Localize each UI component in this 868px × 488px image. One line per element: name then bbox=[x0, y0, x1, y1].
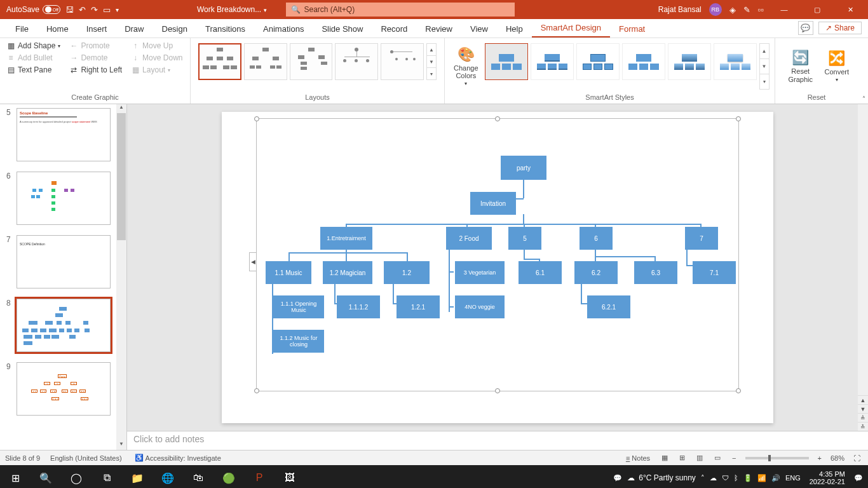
task-view-icon[interactable]: ⧉ bbox=[92, 465, 122, 488]
fit-to-window-icon[interactable]: ⛶ bbox=[851, 453, 863, 463]
zoom-out-button[interactable]: − bbox=[729, 453, 738, 463]
ribbon-display-icon[interactable]: ▫▫ bbox=[758, 5, 764, 15]
slide-thumb-6[interactable]: 6 bbox=[6, 172, 120, 225]
move-down-button[interactable]: ↓Move Down bbox=[130, 53, 184, 63]
node-entretraiment[interactable]: 1.Entretraiment bbox=[320, 227, 372, 250]
search-input[interactable]: 🔍 Search (Alt+Q) bbox=[286, 3, 515, 17]
node-party[interactable]: party bbox=[501, 156, 546, 180]
document-title[interactable]: Work Breakdown... ▾ bbox=[197, 5, 267, 14]
tab-help[interactable]: Help bbox=[497, 20, 532, 37]
view-sorter-icon[interactable]: ⊞ bbox=[677, 452, 688, 463]
start-button[interactable]: ⊞ bbox=[0, 465, 31, 488]
tray-expand-icon[interactable]: ˄ bbox=[701, 474, 705, 482]
zoom-in-button[interactable]: + bbox=[815, 453, 824, 463]
close-button[interactable]: ✕ bbox=[837, 0, 863, 19]
text-pane-expand-icon[interactable]: ◀ bbox=[249, 252, 257, 271]
present-icon[interactable]: ▭ bbox=[103, 5, 111, 15]
slide-thumb-8[interactable]: 8 bbox=[6, 299, 120, 352]
bluetooth-icon[interactable]: ᛒ bbox=[734, 474, 738, 482]
node-1112[interactable]: 1.1.1.2 bbox=[337, 295, 380, 318]
language-indicator[interactable]: English (United States) bbox=[50, 454, 122, 462]
comments-button[interactable]: 💬 bbox=[798, 21, 813, 35]
layout-option-3[interactable] bbox=[290, 43, 333, 80]
save-icon[interactable]: 🖫 bbox=[65, 5, 74, 15]
maximize-button[interactable]: ▢ bbox=[804, 0, 830, 19]
style-option-5[interactable] bbox=[668, 43, 711, 80]
slide-counter[interactable]: Slide 8 of 9 bbox=[5, 454, 40, 462]
file-explorer-icon[interactable]: 📁 bbox=[122, 465, 153, 488]
qat-more-icon[interactable]: ▾ bbox=[116, 6, 119, 13]
node-11music[interactable]: 1.1 Music bbox=[266, 261, 311, 284]
gallery-more-icon[interactable]: ▾ bbox=[427, 68, 436, 79]
layout-option-1[interactable] bbox=[198, 43, 241, 80]
tab-format[interactable]: Format bbox=[610, 20, 654, 37]
view-normal-icon[interactable]: ▦ bbox=[659, 452, 670, 463]
node-3veg[interactable]: 3 Vegetarian bbox=[455, 261, 505, 284]
slide-thumbnail-panel[interactable]: 5 Scope BaselineA summary term for appro… bbox=[0, 104, 127, 450]
tab-draw[interactable]: Draw bbox=[116, 20, 153, 37]
wifi-icon[interactable]: 📶 bbox=[757, 474, 766, 482]
edge-icon[interactable]: 🌐 bbox=[153, 465, 183, 488]
tab-transitions[interactable]: Transitions bbox=[196, 20, 254, 37]
prev-slide-icon[interactable]: ≜ bbox=[858, 413, 868, 422]
undo-icon[interactable]: ↶ bbox=[79, 5, 86, 15]
node-6[interactable]: 6 bbox=[580, 227, 613, 250]
slide-thumb-9[interactable]: 9 Party 1 2 3 1.1 1.2 1.3 3.1 3.2 3.3 1.… bbox=[6, 362, 120, 416]
next-slide-icon[interactable]: ≛ bbox=[858, 422, 868, 431]
style-option-4[interactable] bbox=[622, 43, 665, 80]
promote-button[interactable]: ←Promote bbox=[68, 41, 123, 51]
convert-button[interactable]: 🔀 Convert ▾ bbox=[820, 41, 853, 92]
zoom-slider[interactable] bbox=[745, 457, 809, 459]
node-71[interactable]: 7.1 bbox=[693, 261, 736, 284]
clock[interactable]: 4:35 PM 2022-02-21 bbox=[806, 470, 849, 485]
node-121[interactable]: 1.2.1 bbox=[397, 295, 440, 318]
tab-insert[interactable]: Insert bbox=[78, 20, 116, 37]
tab-record[interactable]: Record bbox=[372, 20, 416, 37]
slide-thumb-5[interactable]: 5 Scope BaselineA summary term for appro… bbox=[6, 108, 120, 161]
styles-more-icon[interactable]: ▾ bbox=[760, 74, 769, 89]
meet-now-icon[interactable]: 💬 bbox=[613, 474, 622, 482]
node-111opening[interactable]: 1.1.1 Opening Music bbox=[273, 295, 324, 318]
tab-view[interactable]: View bbox=[461, 20, 497, 37]
language-indicator-tray[interactable]: ENG bbox=[785, 474, 801, 482]
security-icon[interactable]: 🛡 bbox=[722, 474, 729, 482]
share-button[interactable]: ↗Share bbox=[818, 22, 862, 34]
demote-button[interactable]: →Demote bbox=[68, 53, 123, 63]
tab-slideshow[interactable]: Slide Show bbox=[313, 20, 372, 37]
gallery-down-icon[interactable]: ▼ bbox=[427, 56, 436, 68]
collapse-ribbon-icon[interactable]: ˄ bbox=[862, 95, 865, 102]
view-slideshow-icon[interactable]: ▭ bbox=[712, 452, 723, 463]
text-pane-button[interactable]: ▤Text Pane bbox=[5, 65, 62, 75]
autosave-toggle[interactable]: AutoSave Off bbox=[6, 5, 60, 14]
weather-widget[interactable]: ☁ 6°C Partly sunny bbox=[627, 473, 696, 482]
node-invitation[interactable]: Invitation bbox=[470, 192, 516, 215]
slide-thumb-7[interactable]: 7 SCOPE Definition bbox=[6, 235, 120, 288]
style-option-2[interactable] bbox=[531, 43, 574, 80]
coming-soon-icon[interactable]: ✎ bbox=[743, 5, 750, 15]
node-112closing[interactable]: 1.1.2 Music for closing bbox=[273, 330, 324, 353]
add-shape-button[interactable]: ▦Add Shape ▾ bbox=[5, 41, 62, 51]
styles-down-icon[interactable]: ▼ bbox=[760, 59, 769, 74]
style-option-3[interactable] bbox=[576, 43, 620, 80]
node-12[interactable]: 1.2 bbox=[384, 261, 430, 284]
tab-smartart-design[interactable]: SmartArt Design bbox=[532, 19, 610, 37]
tab-review[interactable]: Review bbox=[416, 20, 461, 37]
node-621[interactable]: 6.2.1 bbox=[587, 295, 630, 318]
diamond-icon[interactable]: ◈ bbox=[729, 5, 736, 15]
layout-option-4[interactable] bbox=[335, 43, 378, 80]
zoom-level[interactable]: 68% bbox=[831, 454, 844, 462]
move-up-button[interactable]: ↑Move Up bbox=[130, 41, 184, 51]
slide-canvas[interactable]: ◀ bbox=[222, 112, 773, 423]
style-option-6[interactable] bbox=[714, 43, 757, 80]
cortana-icon[interactable]: ◯ bbox=[61, 465, 92, 488]
gallery-up-icon[interactable]: ▲ bbox=[427, 44, 436, 56]
node-63[interactable]: 6.3 bbox=[634, 261, 677, 284]
panel-scrollbar[interactable]: ▲ ▼ bbox=[116, 104, 126, 450]
layout-option-2[interactable] bbox=[244, 43, 287, 80]
tab-home[interactable]: Home bbox=[37, 20, 78, 37]
minimize-button[interactable]: — bbox=[771, 0, 797, 19]
layout-option-5[interactable] bbox=[381, 43, 424, 80]
accessibility-button[interactable]: ♿Accessibility: Investigate bbox=[132, 452, 224, 463]
tab-animations[interactable]: Animations bbox=[254, 20, 313, 37]
add-bullet-button[interactable]: ≡Add Bullet bbox=[5, 53, 62, 63]
